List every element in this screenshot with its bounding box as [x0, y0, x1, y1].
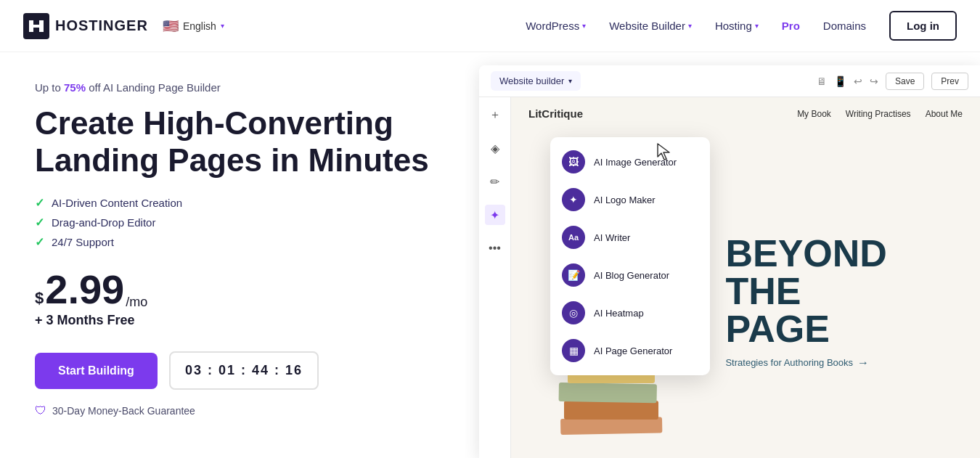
- check-icon-1: ✓: [35, 196, 44, 210]
- nav-item-hosting[interactable]: Hosting ▾: [715, 20, 759, 32]
- lang-chevron-icon: ▾: [221, 22, 224, 30]
- builder-tab-chevron-icon: ▾: [568, 77, 572, 85]
- mobile-icon[interactable]: 📱: [834, 75, 846, 87]
- hero-title: Create High-Converting Landing Pages in …: [35, 105, 430, 179]
- feature-item-1: ✓ AI-Driven Content Creation: [35, 196, 430, 210]
- promo-text: Up to 75% off AI Landing Page Builder: [35, 81, 430, 94]
- feature-label-1: AI-Driven Content Creation: [52, 197, 182, 209]
- price-dollar: $: [35, 286, 44, 310]
- builder-tab-label: Website builder: [499, 75, 564, 86]
- promo-discount: 75%: [64, 81, 86, 94]
- site-right-text: BEYOND THE PAGE Strategies for Authoring…: [711, 130, 980, 458]
- redo-icon[interactable]: ↪: [870, 75, 878, 87]
- svg-rect-3: [558, 383, 656, 403]
- dropdown-label-3: AI Blog Generator: [594, 270, 669, 281]
- dropdown-label-5: AI Page Generator: [594, 345, 672, 356]
- header-left: HOSTINGER 🇺🇸 English ▾: [23, 13, 224, 39]
- price-section: $ 2.99 /mo + 3 Months Free: [35, 269, 430, 345]
- nav-item-website-builder[interactable]: Website Builder ▾: [609, 20, 692, 32]
- dropdown-item-heatmap[interactable]: ◎ AI Heatmap: [550, 294, 710, 332]
- price-period: /mo: [126, 295, 147, 310]
- desktop-icon[interactable]: 🖥: [817, 75, 827, 87]
- logo-text: HOSTINGER: [55, 17, 148, 34]
- site-nav-item-3: About Me: [926, 109, 963, 119]
- sidebar-layers-tool[interactable]: ◈: [485, 138, 505, 158]
- hosting-chevron-icon: ▾: [755, 22, 759, 30]
- site-tagline: BEYOND THE PAGE: [725, 234, 965, 348]
- dropdown-label-1: AI Logo Maker: [594, 195, 656, 205]
- logo[interactable]: HOSTINGER: [23, 13, 148, 39]
- website-builder-chevron-icon: ▾: [688, 22, 692, 30]
- shield-icon: 🛡: [35, 404, 46, 417]
- ai-heatmap-icon: ◎: [562, 301, 585, 324]
- header: HOSTINGER 🇺🇸 English ▾ WordPress ▾ Websi…: [0, 0, 980, 52]
- ai-blog-icon: 📝: [562, 263, 585, 287]
- check-icon-3: ✓: [35, 235, 44, 249]
- undo-icon[interactable]: ↩: [854, 75, 862, 87]
- price-line: $ 2.99 /mo: [35, 269, 430, 310]
- countdown-timer: 03 : 01 : 44 : 16: [169, 351, 319, 390]
- builder-body: ＋ ◈ ✏ ✦ ••• LitCritique My Book Writing …: [479, 97, 980, 458]
- arrow-icon: →: [857, 356, 869, 369]
- dropdown-item-logo-maker[interactable]: ✦ AI Logo Maker: [550, 181, 710, 218]
- builder-toolbar: Website builder ▾ 🖥 📱 ↩ ↪ Save Prev: [479, 65, 980, 97]
- price-free-months: + 3 Months Free: [35, 313, 430, 328]
- ai-image-icon: 🖼: [562, 150, 585, 173]
- feature-item-2: ✓ Drag-and-Drop Editor: [35, 216, 430, 229]
- preview-button[interactable]: Prev: [931, 73, 968, 90]
- login-button[interactable]: Log in: [889, 11, 957, 41]
- language-selector[interactable]: 🇺🇸 English ▾: [163, 18, 224, 34]
- sidebar-add-tool[interactable]: ＋: [485, 105, 505, 125]
- nav-item-domains[interactable]: Domains: [823, 20, 866, 32]
- cta-row: Start Building 03 : 01 : 44 : 16: [35, 351, 430, 390]
- flag-icon: 🇺🇸: [163, 18, 179, 34]
- site-nav-item-1: My Book: [797, 109, 831, 119]
- ai-writer-icon: Aa: [562, 226, 585, 249]
- dropdown-item-blog-generator[interactable]: 📝 AI Blog Generator: [550, 256, 710, 294]
- builder-canvas: LitCritique My Book Writing Practises Ab…: [511, 97, 980, 458]
- site-logo: LitCritique: [528, 107, 583, 120]
- save-button[interactable]: Save: [886, 73, 924, 90]
- feature-item-3: ✓ 24/7 Support: [35, 235, 430, 249]
- hero-preview: Website builder ▾ 🖥 📱 ↩ ↪ Save Prev ＋ ◈: [465, 52, 980, 458]
- builder-tab[interactable]: Website builder ▾: [491, 71, 581, 91]
- site-header: LitCritique My Book Writing Practises Ab…: [511, 97, 980, 130]
- main-nav: WordPress ▾ Website Builder ▾ Hosting ▾ …: [526, 11, 957, 41]
- svg-rect-2: [564, 401, 658, 420]
- svg-rect-1: [560, 417, 662, 435]
- main-content: Up to 75% off AI Landing Page Builder Cr…: [0, 52, 980, 458]
- features-list: ✓ AI-Driven Content Creation ✓ Drag-and-…: [35, 196, 430, 249]
- sidebar-ai-tool[interactable]: ✦: [485, 205, 505, 225]
- guarantee-text: 🛡 30-Day Money-Back Guarantee: [35, 404, 430, 417]
- dropdown-item-image-generator[interactable]: 🖼 AI Image Generator: [550, 143, 710, 181]
- dropdown-label-4: AI Heatmap: [594, 308, 644, 319]
- ai-logo-icon: ✦: [562, 188, 585, 211]
- builder-preview: Website builder ▾ 🖥 📱 ↩ ↪ Save Prev ＋ ◈: [479, 65, 980, 458]
- nav-item-pro[interactable]: Pro: [782, 20, 800, 32]
- logo-icon: [23, 13, 49, 39]
- sidebar-more-tool[interactable]: •••: [485, 238, 505, 258]
- nav-item-wordpress[interactable]: WordPress ▾: [526, 20, 586, 32]
- start-building-button[interactable]: Start Building: [35, 353, 158, 389]
- language-label: English: [183, 20, 216, 32]
- wordpress-chevron-icon: ▾: [582, 22, 586, 30]
- site-nav: My Book Writing Practises About Me: [797, 109, 963, 119]
- toolbar-right: 🖥 📱 ↩ ↪ Save Prev: [817, 73, 968, 90]
- sidebar-edit-tool[interactable]: ✏: [485, 171, 505, 192]
- hero-section: Up to 75% off AI Landing Page Builder Cr…: [0, 52, 465, 458]
- dropdown-item-writer[interactable]: Aa AI Writer: [550, 218, 710, 256]
- cursor-pointer: [656, 142, 672, 164]
- dropdown-label-2: AI Writer: [594, 232, 630, 243]
- builder-sidebar: ＋ ◈ ✏ ✦ •••: [479, 97, 511, 458]
- feature-label-3: 24/7 Support: [52, 236, 114, 248]
- check-icon-2: ✓: [35, 216, 44, 229]
- ai-page-icon: ▦: [562, 339, 585, 362]
- feature-label-2: Drag-and-Drop Editor: [52, 216, 155, 229]
- ai-dropdown-menu: 🖼 AI Image Generator ✦ AI Logo Maker: [550, 137, 710, 375]
- site-nav-item-2: Writing Practises: [846, 109, 911, 119]
- dropdown-item-page-generator[interactable]: ▦ AI Page Generator: [550, 332, 710, 369]
- site-subtitle: Strategies for Authoring Books →: [725, 356, 965, 369]
- price-main: 2.99: [45, 269, 124, 310]
